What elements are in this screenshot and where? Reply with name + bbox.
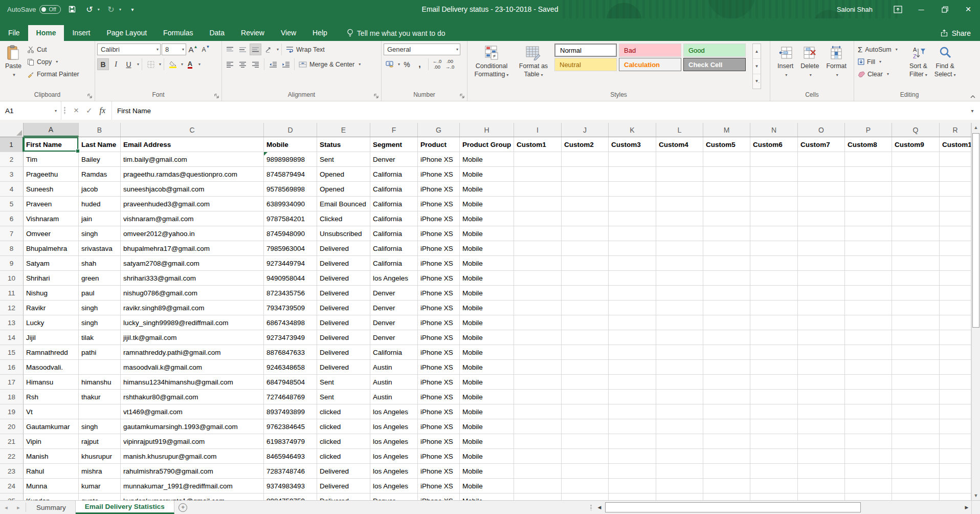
bottom-align-button[interactable]: [250, 44, 261, 55]
gallery-scroll-up-icon[interactable]: ▲: [753, 44, 761, 59]
cell-R25[interactable]: [940, 494, 971, 500]
cell-R12[interactable]: [940, 301, 971, 315]
column-header-f[interactable]: F: [370, 123, 418, 137]
cell-M6[interactable]: [703, 211, 750, 226]
cell-M18[interactable]: [703, 390, 750, 404]
cell-H6[interactable]: Mobile: [460, 211, 514, 226]
cell-P6[interactable]: [845, 211, 892, 226]
cell-C17[interactable]: himansu1234himanshu@gmail.com: [121, 375, 264, 390]
cell-P8[interactable]: [845, 241, 892, 256]
style-good[interactable]: Good: [683, 44, 746, 57]
cell-K8[interactable]: [609, 241, 656, 256]
cell-R8[interactable]: [940, 241, 971, 256]
cell-H15[interactable]: Mobile: [460, 345, 514, 360]
cell-M23[interactable]: [703, 464, 750, 479]
cell-N20[interactable]: [750, 419, 798, 434]
cell-Q21[interactable]: [892, 434, 940, 449]
cell-J18[interactable]: [562, 390, 609, 404]
cell-N4[interactable]: [750, 182, 798, 197]
cell-G9[interactable]: iPhone XS: [418, 256, 460, 271]
cell-K23[interactable]: [609, 464, 656, 479]
cell-B3[interactable]: Ramdas: [79, 167, 121, 182]
redo-button[interactable]: ↻: [105, 3, 117, 15]
cell-D12[interactable]: 7934739509: [264, 301, 317, 315]
cell-K21[interactable]: [609, 434, 656, 449]
cell-L3[interactable]: [656, 167, 703, 182]
cell-M9[interactable]: [703, 256, 750, 271]
sheet-tab-email-delivery-statistics[interactable]: Email Delivery Statistics: [76, 501, 174, 514]
autosave-toggle[interactable]: AutoSave Off: [7, 5, 61, 14]
tab-page-layout[interactable]: Page Layout: [98, 25, 155, 41]
cell-C24[interactable]: munnakumar_1991@rediffmail.com: [121, 479, 264, 494]
cell-I14[interactable]: [514, 330, 562, 345]
cell-H8[interactable]: Mobile: [460, 241, 514, 256]
font-color-button[interactable]: A: [184, 58, 196, 70]
cell-K2[interactable]: [609, 152, 656, 167]
cell-E22[interactable]: clicked: [317, 449, 370, 464]
alignment-dialog-launcher[interactable]: [373, 93, 380, 99]
cell-B18[interactable]: thakur: [79, 390, 121, 404]
cell-H21[interactable]: Mobile: [460, 434, 514, 449]
column-header-j[interactable]: J: [562, 123, 609, 137]
cell-A21[interactable]: Vipin: [24, 434, 79, 449]
cell-G19[interactable]: iPhone XS: [418, 404, 460, 419]
cell-H1[interactable]: Product Group: [460, 137, 514, 152]
tab-home[interactable]: Home: [28, 25, 64, 41]
cell-O13[interactable]: [798, 315, 845, 330]
column-header-g[interactable]: G: [418, 123, 460, 137]
cell-P25[interactable]: [845, 494, 892, 500]
row-header-13[interactable]: 13: [0, 315, 24, 330]
cell-F10[interactable]: los Angeles: [370, 271, 418, 286]
cell-H19[interactable]: Mobile: [460, 404, 514, 419]
cell-M11[interactable]: [703, 286, 750, 301]
hscroll-right-icon[interactable]: ▶: [962, 501, 971, 514]
row-header-9[interactable]: 9: [0, 256, 24, 271]
cell-B19[interactable]: [79, 404, 121, 419]
cell-A16[interactable]: Masoodvali.: [24, 360, 79, 375]
cell-R17[interactable]: [940, 375, 971, 390]
cell-D24[interactable]: 9374983493: [264, 479, 317, 494]
cell-P19[interactable]: [845, 404, 892, 419]
cell-I18[interactable]: [514, 390, 562, 404]
cell-P17[interactable]: [845, 375, 892, 390]
cell-Q1[interactable]: Custom9: [892, 137, 940, 152]
cell-H16[interactable]: Mobile: [460, 360, 514, 375]
cell-Q16[interactable]: [892, 360, 940, 375]
cell-F16[interactable]: Austin: [370, 360, 418, 375]
cell-Q25[interactable]: [892, 494, 940, 500]
cell-O25[interactable]: [798, 494, 845, 500]
cell-B6[interactable]: jain: [79, 211, 121, 226]
cell-N1[interactable]: Custom6: [750, 137, 798, 152]
cell-H2[interactable]: Mobile: [460, 152, 514, 167]
cell-E25[interactable]: Delivered: [317, 494, 370, 500]
cell-B7[interactable]: singh: [79, 226, 121, 241]
cell-K25[interactable]: [609, 494, 656, 500]
cell-M15[interactable]: [703, 345, 750, 360]
cell-B11[interactable]: paul: [79, 286, 121, 301]
cell-I17[interactable]: [514, 375, 562, 390]
cell-G2[interactable]: iPhone XS: [418, 152, 460, 167]
cell-N5[interactable]: [750, 197, 798, 211]
cell-J14[interactable]: [562, 330, 609, 345]
cell-D7[interactable]: 8745948090: [264, 226, 317, 241]
row-header-17[interactable]: 17: [0, 375, 24, 390]
cell-I8[interactable]: [514, 241, 562, 256]
cell-N3[interactable]: [750, 167, 798, 182]
cell-K6[interactable]: [609, 211, 656, 226]
clipboard-dialog-launcher[interactable]: [86, 93, 93, 99]
cell-Q22[interactable]: [892, 449, 940, 464]
cell-D11[interactable]: 8723435756: [264, 286, 317, 301]
select-all-corner[interactable]: [0, 123, 24, 137]
cell-O16[interactable]: [798, 360, 845, 375]
cell-E2[interactable]: Sent: [317, 152, 370, 167]
cell-J13[interactable]: [562, 315, 609, 330]
cell-G20[interactable]: iPhone XS: [418, 419, 460, 434]
cell-H12[interactable]: Mobile: [460, 301, 514, 315]
row-header-4[interactable]: 4: [0, 182, 24, 197]
cell-Q5[interactable]: [892, 197, 940, 211]
cell-O17[interactable]: [798, 375, 845, 390]
cell-E7[interactable]: Unsubscribed: [317, 226, 370, 241]
cell-Q12[interactable]: [892, 301, 940, 315]
cell-Q9[interactable]: [892, 256, 940, 271]
cell-R13[interactable]: [940, 315, 971, 330]
